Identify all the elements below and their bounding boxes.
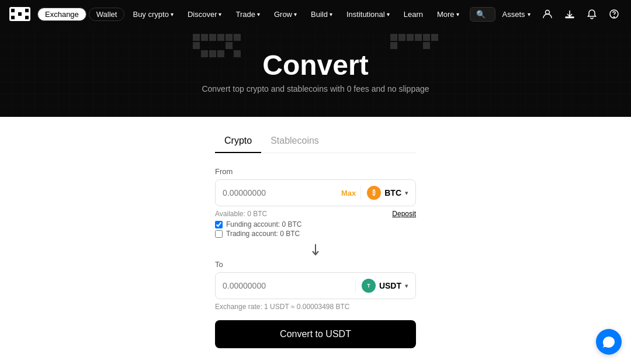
chevron-down-icon: ▾ <box>405 189 408 197</box>
trading-account-row: Trading account: 0 BTC <box>215 230 416 238</box>
svg-rect-1 <box>11 9 15 12</box>
svg-rect-19 <box>201 50 208 57</box>
language-btn[interactable] <box>626 6 631 22</box>
funding-account-label: Funding account: 0 BTC <box>226 220 301 228</box>
svg-rect-23 <box>390 34 397 41</box>
trade-btn[interactable]: Trade ▾ <box>230 8 265 21</box>
svg-point-9 <box>613 17 614 18</box>
from-currency-selector[interactable]: ₿ BTC ▾ <box>360 186 408 200</box>
chevron-down-icon: ▾ <box>171 11 174 18</box>
funding-account-checkbox[interactable] <box>215 221 223 228</box>
chevron-down-icon: ▾ <box>257 11 260 18</box>
chevron-down-icon: ▾ <box>330 11 332 18</box>
profile-btn[interactable] <box>538 6 557 22</box>
more-btn[interactable]: More ▾ <box>431 8 465 21</box>
available-row: Available: 0 BTC Deposit <box>215 210 416 218</box>
learn-btn[interactable]: Learn <box>398 8 429 21</box>
assets-btn[interactable]: Assets ▾ <box>498 8 535 21</box>
buy-crypto-btn[interactable]: Buy crypto ▾ <box>127 8 179 21</box>
to-currency-name: USDT <box>379 281 401 290</box>
svg-rect-13 <box>209 34 216 41</box>
svg-rect-18 <box>226 42 233 49</box>
help-btn[interactable] <box>604 6 624 22</box>
to-currency-selector[interactable]: T USDT ▾ <box>355 279 408 293</box>
swap-arrow[interactable] <box>215 239 416 260</box>
svg-rect-28 <box>431 34 438 41</box>
search-bar: 🔍 <box>470 7 495 22</box>
tab-bar: Crypto Stablecoins <box>215 131 416 153</box>
hero-section: Convert Convert top crypto and stablecoi… <box>0 28 631 117</box>
convert-button[interactable]: Convert to USDT <box>215 320 416 348</box>
chevron-down-icon: ▾ <box>294 11 297 18</box>
svg-rect-15 <box>226 34 233 41</box>
to-label: To <box>215 260 416 269</box>
tab-crypto[interactable]: Crypto <box>215 131 261 153</box>
chevron-down-icon: ▾ <box>387 11 390 18</box>
svg-rect-30 <box>423 42 430 49</box>
institutional-btn[interactable]: Institutional ▾ <box>341 8 396 21</box>
svg-rect-3 <box>25 9 29 12</box>
svg-rect-14 <box>217 34 224 41</box>
svg-rect-21 <box>217 50 224 57</box>
notifications-btn[interactable] <box>582 6 602 22</box>
trading-account-label: Trading account: 0 BTC <box>226 230 300 238</box>
convert-form: From Max ₿ BTC ▾ Available: 0 BTC Deposi… <box>215 167 416 348</box>
chevron-down-icon: ▾ <box>219 11 221 18</box>
svg-rect-17 <box>193 42 200 49</box>
search-icon: 🔍 <box>476 10 486 19</box>
navbar: Exchange Wallet Buy crypto ▾ Discover ▾ … <box>0 0 631 28</box>
svg-rect-5 <box>25 16 29 19</box>
main-content: Crypto Stablecoins From Max ₿ BTC ▾ Avai… <box>0 117 631 364</box>
page-title: Convert <box>262 51 368 79</box>
chevron-down-icon: ▾ <box>456 11 459 18</box>
svg-rect-22 <box>234 50 241 57</box>
chat-button[interactable] <box>596 329 622 355</box>
svg-rect-27 <box>423 34 430 41</box>
from-label: From <box>215 167 416 176</box>
to-amount-input[interactable] <box>223 281 351 290</box>
logo[interactable] <box>9 7 30 21</box>
grow-btn[interactable]: Grow ▾ <box>268 8 303 21</box>
svg-rect-25 <box>407 34 414 41</box>
svg-rect-7 <box>566 17 574 18</box>
usdt-icon: T <box>362 279 376 293</box>
svg-rect-20 <box>209 50 216 57</box>
chevron-down-icon: ▾ <box>405 282 408 290</box>
tab-stablecoins[interactable]: Stablecoins <box>261 131 328 153</box>
exchange-rate: Exchange rate: 1 USDT ≈ 0.00003498 BTC <box>215 303 416 311</box>
svg-rect-29 <box>390 42 397 49</box>
svg-rect-16 <box>234 34 241 41</box>
discover-btn[interactable]: Discover ▾ <box>182 8 228 21</box>
funding-account-row: Funding account: 0 BTC <box>215 220 416 228</box>
btc-icon: ₿ <box>367 186 381 200</box>
svg-rect-12 <box>201 34 208 41</box>
hero-subtitle: Convert top crypto and stablecoins with … <box>202 84 429 93</box>
download-btn[interactable] <box>560 6 580 22</box>
deposit-link[interactable]: Deposit <box>392 210 416 218</box>
wallet-tab-btn[interactable]: Wallet <box>89 8 125 21</box>
svg-rect-11 <box>193 34 200 41</box>
from-amount-row: Max ₿ BTC ▾ <box>215 179 416 206</box>
to-amount-row: T USDT ▾ <box>215 272 416 299</box>
svg-rect-2 <box>11 16 15 19</box>
from-amount-input[interactable] <box>223 188 337 197</box>
chevron-down-icon: ▾ <box>528 11 531 18</box>
exchange-tab-btn[interactable]: Exchange <box>37 8 86 21</box>
trading-account-checkbox[interactable] <box>215 230 223 238</box>
available-text: Available: 0 BTC <box>215 210 267 218</box>
from-currency-name: BTC <box>384 188 401 197</box>
svg-rect-24 <box>398 34 405 41</box>
svg-rect-4 <box>18 12 22 16</box>
max-button[interactable]: Max <box>341 189 356 197</box>
svg-rect-26 <box>415 34 422 41</box>
build-btn[interactable]: Build ▾ <box>305 8 338 21</box>
